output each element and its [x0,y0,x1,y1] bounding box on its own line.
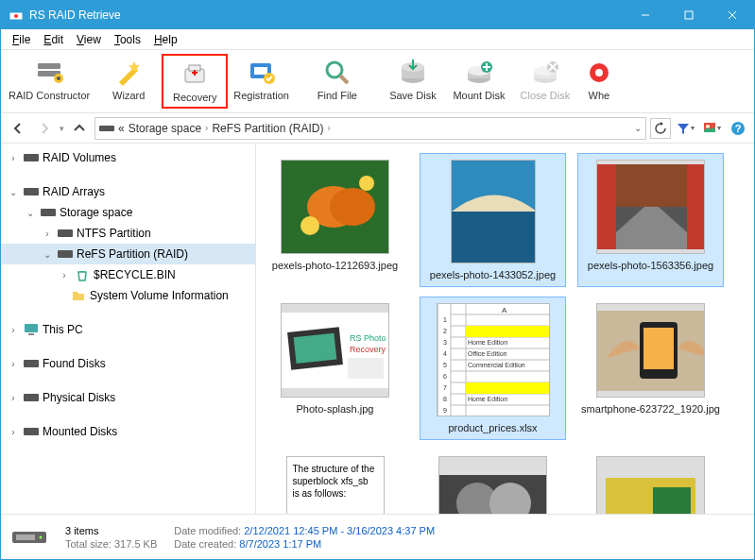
registration-button[interactable]: Registration [228,54,295,109]
status-mod-label: Date modified: [174,525,241,536]
menu-tools[interactable]: Tools [109,31,146,48]
thumbnail-image [451,160,536,263]
svg-point-53 [300,216,319,235]
drive-icon [24,184,39,199]
main: ›RAID Volumes ⌄RAID Arrays ⌄Storage spac… [1,144,754,514]
drive-icon [24,424,39,439]
menu-edit[interactable]: Edit [38,31,69,48]
svg-rect-6 [38,63,60,69]
drive-icon [58,246,73,262]
tree-raid-volumes[interactable]: ›RAID Volumes [1,147,255,168]
svg-text:1: 1 [443,316,447,323]
tree-label: RAID Volumes [43,151,116,164]
svg-text:Home Edition: Home Edition [468,339,507,346]
status-items: 3 items [65,525,157,536]
svg-point-34 [595,69,603,76]
file-grid[interactable]: pexels-photo-1212693.jpegpexels-photo-14… [256,144,754,514]
file-thumb[interactable]: pexels-photo-1433052.jpeg [420,153,566,287]
tree-sysvol[interactable]: System Volume Information [1,285,255,306]
file-thumb[interactable]: pexels-photo-1563356.jpeg [577,153,724,287]
drive-icon [41,205,56,220]
file-thumb[interactable] [420,450,566,514]
svg-line-19 [340,76,348,83]
window-controls [624,1,754,29]
menu-file[interactable]: File [7,31,36,48]
file-thumb[interactable] [577,450,724,514]
file-thumb[interactable]: pexels-photo-1212693.jpeg [262,153,408,287]
svg-rect-56 [452,212,535,263]
tree-refs[interactable]: ⌄ReFS Partition (RAID) [1,244,255,264]
status-total-val: 317.5 KB [114,538,157,550]
svg-rect-66 [348,358,384,379]
pc-icon [24,322,39,337]
tree-ntfs[interactable]: ›NTFS Partition [1,223,255,244]
menu-help[interactable]: Help [148,31,183,48]
file-thumb[interactable]: RS PhotoRecoveryPhoto-splash.jpg [262,297,408,440]
svg-rect-47 [24,360,39,367]
file-name: product_prices.xlsx [448,422,537,433]
mount-disk-button[interactable]: Mount Disk [446,54,512,109]
breadcrumb-seg[interactable]: Storage space [129,122,201,135]
close-button[interactable] [711,1,754,29]
recycle-icon [75,267,90,282]
svg-rect-104 [16,535,35,540]
back-button[interactable] [7,117,29,140]
forward-button[interactable] [33,117,56,140]
tree-label: System Volume Information [90,289,229,302]
tree-view[interactable]: ›RAID Volumes ⌄RAID Arrays ⌄Storage spac… [1,144,256,514]
tree-storage-space[interactable]: ⌄Storage space [1,202,255,223]
window-title: RS RAID Retrieve [29,8,624,22]
help-button[interactable]: ? [728,118,748,139]
breadcrumb-seg[interactable]: ReFS Partition (RAID) [212,122,323,135]
up-button[interactable] [68,117,91,140]
thumbnail-image [438,456,547,514]
save-disk-button[interactable]: Save Disk [380,54,446,109]
status-total-label: Total size: [65,538,112,550]
history-dropdown[interactable]: ▾ [60,124,64,133]
wizard-button[interactable]: Wizard [95,54,162,109]
svg-rect-59 [597,164,616,249]
file-thumb[interactable]: smartphone-623722_1920.jpg [577,297,724,440]
thumbnail-image: RS PhotoRecovery [281,303,389,398]
tree-label: NTFS Partition [77,227,151,240]
tree-found-disks[interactable]: ›Found Disks [1,353,255,374]
registration-icon [247,58,277,88]
raid-constructor-button[interactable]: RAID Constructor [3,54,95,109]
view-mode-button[interactable]: ▾ [701,118,722,139]
breadcrumb-dropdown[interactable]: ⌄ [634,123,642,133]
minimize-button[interactable] [624,1,667,29]
breadcrumb[interactable]: « Storage space › ReFS Partition (RAID) … [94,117,646,140]
svg-rect-63 [294,333,337,364]
svg-rect-45 [25,324,38,332]
tree-raid-arrays[interactable]: ⌄RAID Arrays [1,181,255,202]
folder-icon [71,288,86,303]
wheel-button[interactable]: Whe [578,54,620,109]
svg-text:A: A [502,306,507,314]
tree-physical-disks[interactable]: ›Physical Disks [1,387,255,408]
menubar: File Edit View Tools Help [1,29,754,50]
file-thumb[interactable]: A123456789Home EditionOffice EditionComm… [420,297,566,440]
maximize-button[interactable] [667,1,711,29]
menu-view[interactable]: View [71,31,107,48]
find-file-button[interactable]: Find File [295,54,380,109]
tree-mounted-disks[interactable]: ›Mounted Disks [1,421,255,442]
navbar: ▾ « Storage space › ReFS Partition (RAID… [1,113,754,144]
filter-button[interactable]: ▾ [675,118,695,139]
drive-icon [10,526,48,549]
recovery-button[interactable]: Recovery [162,54,228,109]
tree-this-pc[interactable]: ›This PC [1,319,255,340]
file-thumb[interactable]: The structure of the superblock xfs_sb i… [262,450,408,514]
svg-rect-43 [58,229,73,237]
tool-label: Recovery [173,92,216,103]
refresh-button[interactable] [650,118,671,139]
file-name: pexels-photo-1433052.jpeg [430,269,556,280]
svg-rect-97 [643,328,674,369]
tree-recycle[interactable]: ›$RECYCLE.BIN [1,264,255,285]
svg-text:Commercial Edition: Commercial Edition [468,362,525,368]
wheel-icon [584,58,614,88]
close-disk-button[interactable]: Close Disk [512,54,578,109]
thumbnail-image [281,160,389,254]
svg-point-9 [57,76,60,80]
thumbnail-image [596,160,705,254]
svg-point-52 [330,188,375,226]
